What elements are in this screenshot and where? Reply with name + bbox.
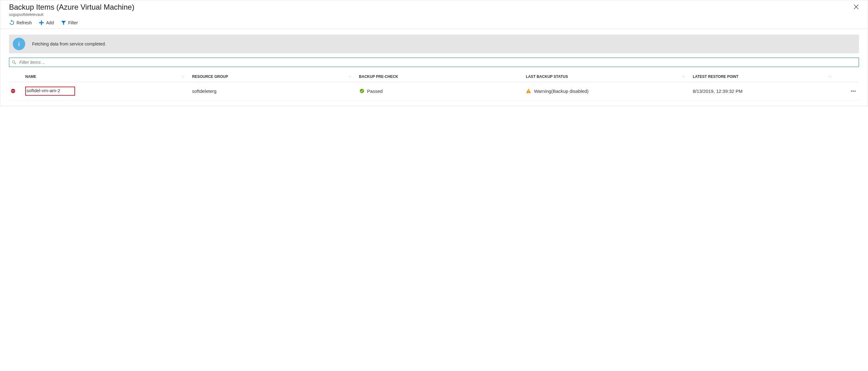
svg-point-12 — [360, 89, 364, 93]
add-label: Add — [46, 20, 54, 25]
row-precheck-cell: Passed — [359, 88, 524, 94]
stop-disabled-icon — [10, 88, 16, 94]
add-button[interactable]: Add — [39, 20, 54, 26]
svg-point-6 — [19, 42, 19, 43]
svg-rect-15 — [529, 92, 529, 93]
svg-rect-14 — [529, 90, 529, 92]
row-name-highlight: softdel-vm-am-2 — [25, 87, 75, 96]
filter-button[interactable]: Filter — [61, 20, 78, 26]
sort-icon: ↑↓ — [182, 75, 185, 78]
sort-icon: ↑↓ — [829, 75, 832, 78]
column-header-precheck-label: BACKUP PRE-CHECK — [359, 74, 398, 79]
page-title: Backup Items (Azure Virtual Machine) — [9, 3, 134, 12]
column-header-rg-label: RESOURCE GROUP — [192, 74, 228, 79]
row-status-cell: Warning(Backup disabled) — [526, 88, 690, 94]
row-name-text: softdel-vm-am-2 — [27, 88, 60, 93]
warning-triangle-icon — [526, 88, 531, 94]
row-name-cell[interactable]: softdel-vm-am-2 — [25, 87, 190, 96]
blade-content: Fetching data from service completed. NA… — [0, 29, 868, 106]
svg-line-9 — [14, 63, 16, 64]
search-icon — [11, 60, 17, 65]
sort-icon: ↑↓ — [348, 75, 352, 78]
svg-rect-4 — [39, 22, 44, 23]
refresh-icon — [9, 20, 14, 26]
row-status-cell — [10, 88, 23, 94]
close-button[interactable] — [851, 3, 862, 12]
column-header-status-label: LAST BACKUP STATUS — [526, 74, 568, 79]
row-precheck-text: Passed — [367, 89, 383, 94]
column-header-last-backup-status[interactable]: LAST BACKUP STATUS ↑↓ — [526, 74, 690, 79]
column-header-latest-restore-point[interactable]: LATEST RESTORE POINT ↑↓ — [693, 74, 837, 79]
svg-marker-2 — [10, 20, 12, 22]
sort-icon: ↑↓ — [682, 75, 685, 78]
close-icon — [854, 4, 859, 10]
row-restore-point-cell: 8/13/2019, 12:39:32 PM — [693, 89, 837, 94]
info-message-text: Fetching data from service completed. — [32, 41, 106, 47]
title-block: Backup Items (Azure Virtual Machine) sog… — [9, 3, 134, 17]
row-more-actions-button[interactable]: ··· — [839, 88, 858, 95]
breadcrumb-subtitle: sogupsoftdeletevault — [9, 12, 134, 17]
svg-point-8 — [12, 60, 15, 63]
column-header-name-label: NAME — [25, 74, 36, 79]
row-restore-text: 8/13/2019, 12:39:32 PM — [693, 89, 743, 94]
filter-items-input[interactable] — [9, 58, 859, 67]
command-bar: Refresh Add Filter — [0, 19, 868, 29]
svg-rect-11 — [12, 91, 14, 91]
blade-header: Backup Items (Azure Virtual Machine) sog… — [0, 0, 868, 19]
filter-row — [9, 58, 859, 67]
table-header-row: NAME ↑↓ RESOURCE GROUP ↑↓ BACKUP PRE-CHE… — [9, 71, 859, 82]
column-header-backup-precheck[interactable]: BACKUP PRE-CHECK — [359, 74, 524, 79]
table-row[interactable]: softdel-vm-am-2 softdeleterg Passed — [9, 82, 859, 100]
column-header-restore-label: LATEST RESTORE POINT — [693, 74, 738, 79]
row-status-text: Warning(Backup disabled) — [534, 89, 588, 94]
column-header-resource-group[interactable]: RESOURCE GROUP ↑↓ — [192, 74, 356, 79]
filter-label: Filter — [68, 20, 78, 25]
column-header-name[interactable]: NAME ↑↓ — [25, 74, 190, 79]
info-message-bar: Fetching data from service completed. — [9, 35, 859, 53]
row-rg-text: softdeleterg — [192, 89, 216, 94]
refresh-label: Refresh — [17, 20, 32, 25]
filter-icon — [61, 20, 66, 26]
backup-items-table: NAME ↑↓ RESOURCE GROUP ↑↓ BACKUP PRE-CHE… — [9, 71, 859, 100]
row-resource-group-cell: softdeleterg — [192, 89, 356, 94]
refresh-button[interactable]: Refresh — [9, 20, 32, 26]
svg-marker-5 — [61, 21, 66, 25]
plus-icon — [39, 20, 44, 26]
info-icon — [13, 38, 25, 50]
checkmark-circle-icon — [359, 88, 365, 94]
svg-rect-7 — [19, 43, 20, 46]
backup-items-blade: Backup Items (Azure Virtual Machine) sog… — [0, 0, 868, 106]
